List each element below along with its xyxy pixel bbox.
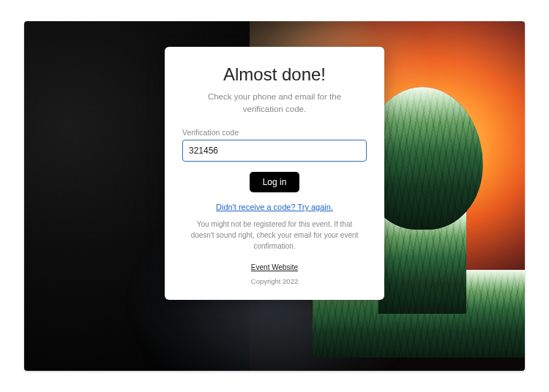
copyright-text: Copyright 2022 <box>182 277 367 285</box>
card-title: Almost done! <box>182 64 367 85</box>
verification-card: Almost done! Check your phone and email … <box>165 47 384 300</box>
resend-code-link[interactable]: Didn't receive a code? Try again. <box>216 203 333 211</box>
registration-note: You might not be registered for this eve… <box>185 219 364 252</box>
verification-code-label: Verification code <box>182 128 367 137</box>
login-stage: Almost done! Check your phone and email … <box>24 21 525 371</box>
card-subtitle: Check your phone and email for the verif… <box>187 91 362 115</box>
login-button[interactable]: Log in <box>250 172 300 192</box>
verification-code-input[interactable] <box>182 140 367 162</box>
event-website-link[interactable]: Event Website <box>251 263 298 271</box>
